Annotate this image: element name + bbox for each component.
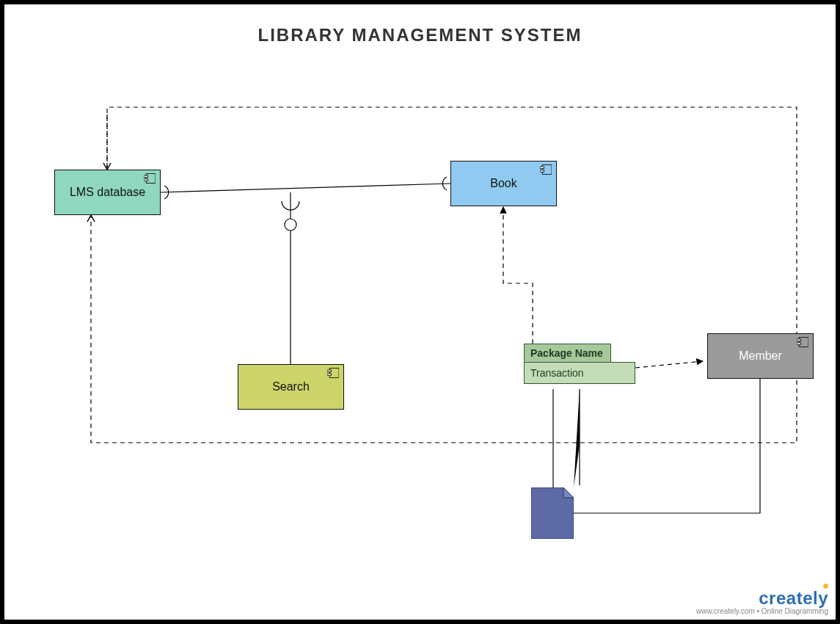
package-head: Package Name [524, 344, 611, 363]
svg-rect-10 [327, 370, 332, 371]
hidden [574, 485, 580, 489]
lms-database-component: LMS database [54, 170, 161, 215]
watermark: creately ● www.creately.com • Online Dia… [696, 588, 828, 615]
svg-rect-11 [327, 374, 332, 375]
bulb-icon: ● [822, 579, 830, 592]
search-component: Search [238, 364, 344, 410]
svg-rect-5 [144, 179, 148, 181]
component-icon [144, 173, 156, 184]
component-icon [327, 368, 339, 378]
diagram-frame: LIBRARY MANAGEMENT SYSTEM [0, 0, 840, 624]
watermark-brand: creately ● [696, 588, 828, 609]
watermark-brand-text: creately [759, 588, 828, 608]
diagram-connectors [4, 4, 836, 620]
package-body: Transaction [524, 362, 635, 384]
transaction-to-member [635, 361, 703, 368]
ball-mid [285, 219, 296, 231]
dashed-outer-path [91, 107, 797, 443]
svg-rect-4 [144, 175, 148, 177]
book-label: Book [490, 177, 516, 190]
document-icon [531, 487, 574, 539]
transaction-to-book [503, 207, 533, 344]
svg-rect-14 [797, 343, 801, 344]
svg-rect-6 [542, 165, 552, 175]
lms-book-line [161, 184, 450, 192]
svg-rect-13 [797, 339, 801, 341]
doc-to-member [574, 379, 760, 513]
member-component: Member [707, 333, 814, 379]
book-component: Book [450, 161, 557, 206]
svg-rect-7 [540, 167, 544, 168]
component-icon [540, 164, 552, 175]
member-label: Member [739, 349, 782, 363]
transaction-package: Package Name Transaction [524, 344, 635, 384]
svg-rect-8 [540, 170, 544, 172]
document-node [531, 487, 574, 539]
lms-database-label: LMS database [70, 186, 145, 199]
svg-rect-3 [146, 174, 156, 184]
search-label: Search [272, 380, 310, 393]
svg-rect-12 [799, 338, 808, 347]
svg-rect-9 [329, 369, 339, 378]
component-icon [797, 337, 808, 347]
